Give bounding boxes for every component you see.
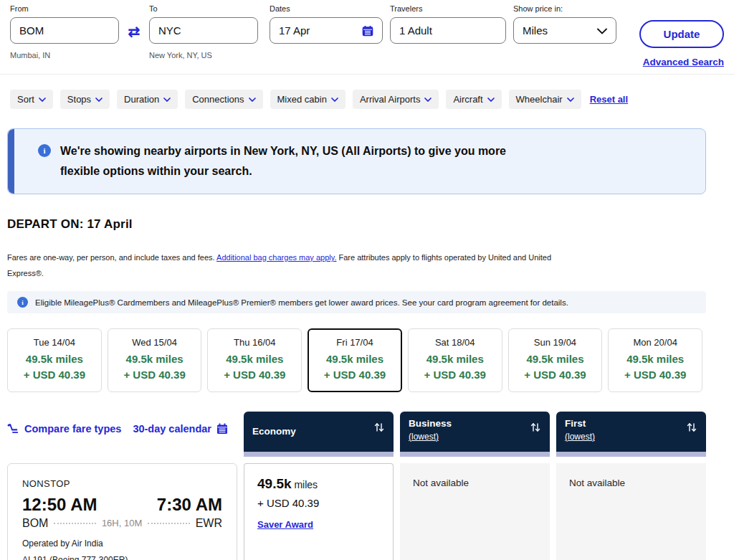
economy-cash-value: + USD 40.39 <box>257 497 380 509</box>
stops-label: NONSTOP <box>22 478 222 489</box>
filter-stops[interactable]: Stops <box>60 90 110 109</box>
date-card-mon-20[interactable]: Mon 20/04 49.5k miles + USD 40.39 <box>608 328 702 392</box>
show-price-select[interactable]: Miles <box>513 17 616 44</box>
chevron-down-icon <box>487 98 495 102</box>
first-column-header-wrap: First (lowest) <box>556 412 706 457</box>
nearby-airports-text: We're showing nearby airports in New Yor… <box>60 141 526 181</box>
show-price-value: Miles <box>523 24 597 37</box>
dates-input[interactable]: 17 Apr <box>270 17 383 44</box>
fare-disclaimer: Fares are one-way, per person, and inclu… <box>7 250 581 281</box>
nearby-airports-banner: i We're showing nearby airports in New Y… <box>7 128 706 194</box>
chevron-down-icon <box>39 98 46 102</box>
seat-icon <box>7 423 19 435</box>
first-column-strip <box>556 452 706 457</box>
dates-label: Dates <box>270 4 383 13</box>
economy-column-strip <box>244 452 394 457</box>
filter-aircraft[interactable]: Aircraft <box>446 90 501 109</box>
date-card-sat-18[interactable]: Sat 18/04 49.5k miles + USD 40.39 <box>408 328 502 392</box>
calendar-icon[interactable] <box>362 25 373 37</box>
chevron-down-icon <box>163 98 171 102</box>
chevron-down-icon <box>567 98 574 102</box>
travelers-field: Travelers 1 Adult <box>390 4 506 44</box>
from-label: From <box>10 4 119 13</box>
thirty-day-calendar-link[interactable]: 30-day calendar <box>133 423 228 435</box>
from-value: BOM <box>19 24 44 37</box>
to-value: NYC <box>158 24 181 37</box>
first-lowest-link[interactable]: (lowest) <box>565 432 697 442</box>
mileageplus-text: Eligible MileagePlus® Cardmembers and Mi… <box>35 298 568 307</box>
business-lowest-link[interactable]: (lowest) <box>409 432 541 442</box>
travelers-input[interactable]: 1 Adult <box>390 17 506 44</box>
business-column-header[interactable]: Business (lowest) <box>400 412 550 452</box>
from-helper: Mumbai, IN <box>10 51 119 60</box>
filter-sort[interactable]: Sort <box>10 90 53 109</box>
mileageplus-banner: i Eligible MileagePlus® Cardmembers and … <box>7 291 706 313</box>
first-not-available: Not available <box>569 478 625 488</box>
first-column-header[interactable]: First (lowest) <box>556 412 706 452</box>
to-label: To <box>149 4 258 13</box>
travelers-label: Travelers <box>390 4 506 13</box>
flight-aircraft-text: AI 191 (Boeing 777-300ER) <box>22 555 222 560</box>
from-field: From BOM Mumbai, IN <box>10 4 119 60</box>
route-dots <box>148 523 189 524</box>
arrive-time: 7:30 AM <box>157 495 222 515</box>
chevron-down-icon <box>424 98 432 102</box>
filter-wheelchair[interactable]: Wheelchair <box>509 90 581 109</box>
filter-arrival-airports[interactable]: Arrival Airports <box>353 90 439 109</box>
economy-fare-cell[interactable]: 49.5k miles + USD 40.39 Saver Award Econ… <box>244 463 394 560</box>
economy-column-header[interactable]: Economy <box>244 412 394 452</box>
sort-icon[interactable] <box>373 422 385 435</box>
business-not-available: Not available <box>413 478 469 488</box>
flight-duration: 16H, 10M <box>102 518 142 528</box>
economy-miles-suffix: miles <box>292 479 318 490</box>
economy-miles-value: 49.5k <box>257 476 292 491</box>
show-price-label: Show price in: <box>513 4 616 13</box>
business-column-strip <box>400 452 550 457</box>
info-icon: i <box>38 144 51 157</box>
to-field: To NYC New York, NY, US <box>149 4 258 60</box>
to-input[interactable]: NYC <box>149 17 258 44</box>
sort-icon[interactable] <box>686 422 697 435</box>
depart-heading: DEPART ON: 17 April <box>7 217 734 232</box>
route-dots <box>54 523 95 524</box>
update-button[interactable]: Update <box>639 20 724 48</box>
flight-card: NONSTOP 12:50 AM 7:30 AM BOM 16H, 10M EW… <box>7 463 237 560</box>
business-fare-cell: Not available <box>400 463 550 560</box>
date-card-thu-16[interactable]: Thu 16/04 49.5k miles + USD 40.39 <box>207 328 302 392</box>
search-bar: From BOM Mumbai, IN ⇄ To NYC New York, N… <box>0 0 734 75</box>
bag-charges-link[interactable]: Additional bag charges may apply. <box>216 253 336 262</box>
date-card-tue-14[interactable]: Tue 14/04 49.5k miles + USD 40.39 <box>7 328 102 392</box>
show-price-field: Show price in: Miles <box>513 4 616 44</box>
filter-bar: Sort Stops Duration Connections Mixed ca… <box>0 75 734 109</box>
destination-code: EWR <box>196 517 222 530</box>
business-column-header-wrap: Business (lowest) <box>400 412 550 457</box>
date-card-sun-19[interactable]: Sun 19/04 49.5k miles + USD 40.39 <box>508 328 603 392</box>
filter-connections[interactable]: Connections <box>185 90 262 109</box>
compare-fare-types-link[interactable]: Compare fare types <box>7 423 121 435</box>
sort-icon[interactable] <box>530 422 541 435</box>
chevron-down-icon <box>331 98 338 102</box>
to-helper: New York, NY, US <box>149 51 258 60</box>
operated-by-text: Operated by Air India <box>22 538 222 549</box>
date-card-fri-17-selected[interactable]: Fri 17/04 49.5k miles + USD 40.39 <box>308 328 402 392</box>
first-fare-cell: Not available <box>556 463 706 560</box>
dates-value: 17 Apr <box>279 24 362 37</box>
info-icon: i <box>17 297 28 308</box>
dates-field: Dates 17 Apr <box>270 4 383 44</box>
date-strip: Tue 14/04 49.5k miles + USD 40.39 Wed 15… <box>7 328 702 392</box>
filter-mixed-cabin[interactable]: Mixed cabin <box>270 90 345 109</box>
travelers-value: 1 Adult <box>399 24 432 37</box>
origin-code: BOM <box>22 517 48 530</box>
reset-all-link[interactable]: Reset all <box>590 94 628 105</box>
from-input[interactable]: BOM <box>10 17 119 44</box>
depart-time: 12:50 AM <box>22 495 97 515</box>
filter-duration[interactable]: Duration <box>117 90 178 109</box>
saver-award-link[interactable]: Saver Award <box>257 519 380 530</box>
calendar-icon <box>216 423 228 435</box>
chevron-down-icon <box>249 98 256 102</box>
advanced-search-link[interactable]: Advanced Search <box>643 57 724 67</box>
results-grid: Compare fare types 30-day calendar Econo… <box>7 412 734 560</box>
swap-airports-icon[interactable]: ⇄ <box>128 24 140 39</box>
date-card-wed-15[interactable]: Wed 15/04 49.5k miles + USD 40.39 <box>108 328 202 392</box>
chevron-down-icon <box>95 98 103 102</box>
